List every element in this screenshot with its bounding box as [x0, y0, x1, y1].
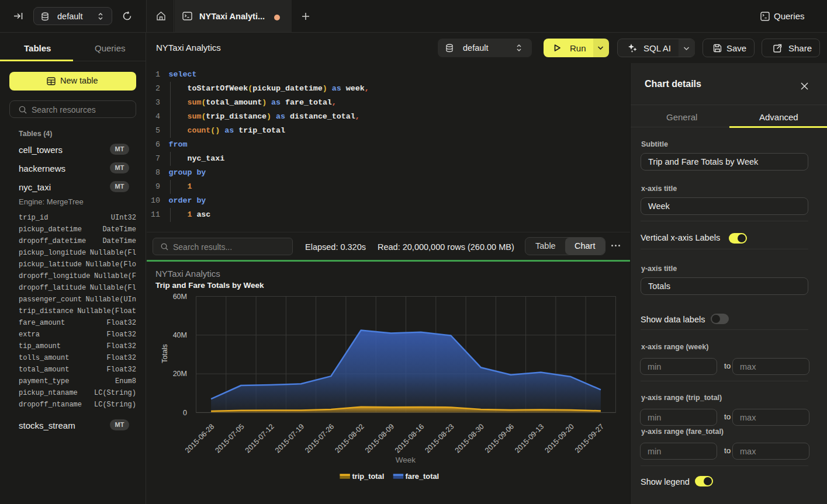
svg-text:fare_total: fare_total	[406, 472, 440, 481]
svg-text:2015-07-26: 2015-07-26	[303, 422, 335, 454]
svg-text:0: 0	[183, 409, 187, 417]
svg-text:40M: 40M	[173, 331, 187, 339]
svg-text:2015-09-20: 2015-09-20	[544, 422, 576, 454]
svg-text:20M: 20M	[173, 370, 187, 378]
svg-text:2015-07-05: 2015-07-05	[213, 422, 245, 454]
svg-text:trip_total: trip_total	[352, 472, 385, 481]
svg-text:Totals: Totals	[161, 344, 169, 363]
svg-text:2015-07-12: 2015-07-12	[244, 422, 276, 454]
svg-text:2015-07-19: 2015-07-19	[274, 422, 306, 454]
svg-text:2015-08-09: 2015-08-09	[364, 422, 396, 454]
svg-text:2015-06-28: 2015-06-28	[184, 422, 216, 454]
svg-text:2015-08-02: 2015-08-02	[334, 422, 366, 454]
svg-text:2015-09-06: 2015-09-06	[483, 422, 515, 454]
svg-text:2015-09-13: 2015-09-13	[513, 422, 545, 454]
svg-text:60M: 60M	[173, 293, 187, 301]
svg-text:2015-08-30: 2015-08-30	[454, 422, 486, 454]
svg-text:2015-08-16: 2015-08-16	[393, 422, 425, 454]
svg-text:2015-09-27: 2015-09-27	[573, 422, 605, 454]
svg-text:2015-08-23: 2015-08-23	[423, 422, 455, 454]
svg-text:Week: Week	[396, 456, 416, 464]
